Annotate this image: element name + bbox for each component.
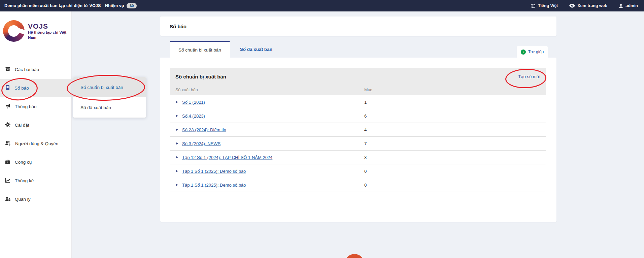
- issue-link[interactable]: Tập 1 Số 1 (2025): Demo số báo: [182, 169, 246, 174]
- expander-triangle-icon[interactable]: [176, 170, 178, 172]
- eye-icon: [569, 4, 575, 8]
- issues-panel-header: Số chuẩn bị xuất bản Tạo số mới: [170, 68, 546, 85]
- info-icon: i: [521, 50, 526, 55]
- column-header-issue: Số xuất bản: [175, 88, 198, 92]
- submenu-item-so-da-xuat-ban[interactable]: Số đã xuất bản: [73, 97, 146, 118]
- logo-subtitle: Hệ thống tạp chí Việt Nam: [28, 30, 68, 40]
- tab-bar: Số chuẩn bị xuất bản Số đã xuất bản: [170, 41, 282, 58]
- expander-triangle-icon[interactable]: [176, 156, 178, 159]
- issues-submenu: Số chuẩn bị xuất bản Số đã xuất bản: [73, 77, 146, 118]
- sidebar-item-cac-bai-bao[interactable]: Các bài báo: [0, 60, 71, 79]
- sidebar-item-so-bao[interactable]: Số báo: [0, 79, 71, 97]
- table-row: Số 1 (2021) 1: [170, 95, 546, 109]
- issues-icon: [5, 85, 10, 91]
- topbar: Demo phần mềm xuất bản tạp chí điện tử V…: [0, 0, 644, 11]
- vojs-logo-ring-icon: [3, 20, 25, 42]
- expander-triangle-icon[interactable]: [176, 142, 178, 145]
- user-menu[interactable]: admin: [619, 3, 638, 8]
- issue-link[interactable]: Số 3 (2024): NEWS: [182, 141, 221, 146]
- tasks-count-badge: 60: [127, 3, 137, 8]
- user-icon: [619, 4, 623, 8]
- sidebar-item-thong-bao[interactable]: Thông báo: [0, 97, 71, 116]
- sidebar-item-thong-ke[interactable]: Thống kê: [0, 171, 71, 190]
- globe-icon: [531, 3, 536, 8]
- tab-so-chuan-bi-xuat-ban[interactable]: Số chuẩn bị xuất bản: [170, 41, 230, 58]
- issue-link[interactable]: Tập 1 Số 1 (2025): Demo số báo: [182, 183, 246, 188]
- table-row: Số 4 (2023) 6: [170, 109, 546, 123]
- column-header-items: Mục: [364, 88, 372, 92]
- username: admin: [625, 3, 638, 8]
- view-site-link[interactable]: Xem trang web: [569, 3, 607, 8]
- table-row: Số 3 (2024): NEWS 7: [170, 136, 546, 150]
- table-row: Tập 1 Số 1 (2025): Demo số báo 0: [170, 178, 546, 192]
- language-label: Tiếng Việt: [538, 3, 558, 8]
- issue-link[interactable]: Số 4 (2023): [182, 114, 205, 119]
- sidebar-item-cai-dat[interactable]: Cài đặt: [0, 116, 71, 134]
- table-row: Số 2A (2024): Điểm tin 4: [170, 123, 546, 136]
- table-header-row: Số xuất bản Mục: [170, 85, 546, 95]
- sidebar: VOJS Hệ thống tạp chí Việt Nam Các bài b…: [0, 11, 72, 258]
- issue-link[interactable]: Số 1 (2021): [182, 100, 205, 105]
- submenu-item-so-chuan-bi-xuat-ban[interactable]: Số chuẩn bị xuất bản: [73, 77, 146, 97]
- tab-so-da-xuat-ban[interactable]: Số đã xuất bản: [230, 41, 282, 58]
- help-label: Trợ giúp: [528, 50, 544, 54]
- items-count: 3: [364, 155, 367, 160]
- create-issue-link[interactable]: Tạo số mới: [518, 74, 540, 79]
- announcements-icon: [5, 103, 10, 110]
- sidebar-menu: Các bài báo Số báo Thông báo Cài đặt Ngư…: [0, 60, 71, 208]
- table-row: Tập 12 Số 1 (2024): TẠP CHÍ SỐ 1 NĂM 202…: [170, 150, 546, 164]
- app-title: Demo phần mềm xuất bản tạp chí điện tử V…: [4, 0, 101, 11]
- expander-triangle-icon[interactable]: [176, 128, 178, 131]
- issue-link[interactable]: Số 2A (2024): Điểm tin: [182, 127, 226, 132]
- users-roles-icon: [5, 140, 11, 147]
- help-button[interactable]: i Trợ giúp: [517, 46, 548, 58]
- sidebar-item-cong-cu[interactable]: Công cụ: [0, 153, 71, 171]
- sidebar-item-quan-ly[interactable]: Quản lý: [0, 190, 71, 208]
- issue-link[interactable]: Tập 12 Số 1 (2024): TẠP CHÍ SỐ 1 NĂM 202…: [182, 155, 272, 160]
- settings-icon: [5, 122, 10, 128]
- table-row: Tập 1 Số 1 (2025): Demo số báo 0: [170, 164, 546, 178]
- tasks-label: Nhiệm vụ: [105, 3, 124, 8]
- expander-triangle-icon[interactable]: [176, 115, 178, 117]
- page-title: Số báo: [170, 24, 187, 29]
- logo-acronym: VOJS: [28, 22, 68, 30]
- page-title-card: Số báo: [160, 17, 556, 36]
- view-site-label: Xem trang web: [577, 3, 607, 8]
- administration-icon: [5, 196, 10, 202]
- expander-triangle-icon[interactable]: [176, 184, 178, 186]
- tools-icon: [5, 159, 10, 165]
- items-count: 1: [364, 100, 367, 105]
- issues-panel: Số chuẩn bị xuất bản Tạo số mới Số xuất …: [170, 68, 546, 192]
- expander-triangle-icon[interactable]: [176, 101, 178, 103]
- statistics-icon: [5, 178, 10, 184]
- tasks-button[interactable]: Nhiệm vụ 60: [105, 0, 137, 11]
- items-count: 0: [364, 169, 367, 174]
- panel-title: Số chuẩn bị xuất bản: [175, 74, 226, 79]
- items-count: 7: [364, 141, 367, 146]
- vojs-logo: VOJS Hệ thống tạp chí Việt Nam: [3, 20, 68, 42]
- items-count: 4: [364, 127, 367, 132]
- sidebar-item-nguoi-dung-quyen[interactable]: Người dùng & Quyền: [0, 134, 71, 153]
- items-count: 6: [364, 114, 367, 119]
- articles-icon: [5, 66, 10, 73]
- language-menu[interactable]: Tiếng Việt: [531, 3, 558, 8]
- footer-logo-arc-icon: [345, 254, 364, 258]
- items-count: 0: [364, 183, 367, 188]
